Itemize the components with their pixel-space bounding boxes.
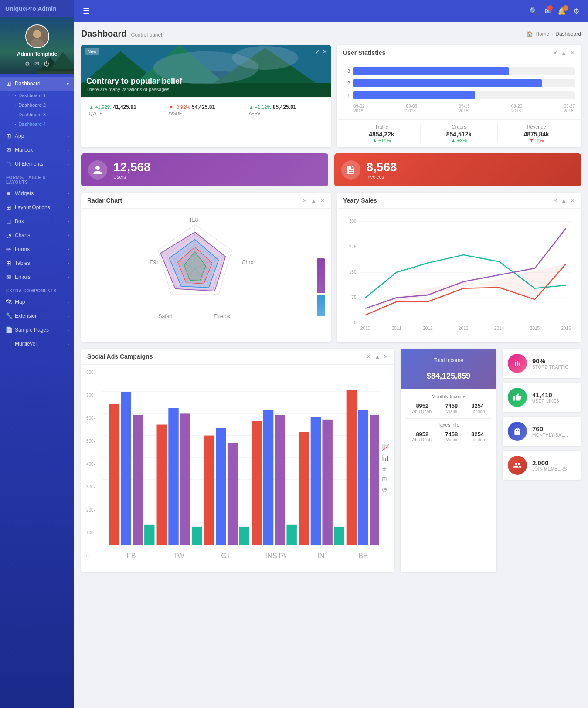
sidebar-item-sample[interactable]: 📄 Sample Pages › xyxy=(0,323,74,337)
invoices-value: 8,568 xyxy=(367,160,397,174)
sample-label: Sample Pages xyxy=(15,327,49,333)
svg-rect-80 xyxy=(334,527,344,545)
page-header: Dashboard Control panel 🏠 Home › Dashboa… xyxy=(81,29,581,39)
sidebar-item-dashboard3[interactable]: ··· Dashboard 3 xyxy=(0,110,74,119)
city-london-val: 3254 xyxy=(470,403,485,409)
bar-label-1: 1 xyxy=(343,93,350,98)
sidebar-item-emails[interactable]: ✉ Emails › xyxy=(0,270,74,284)
stat-users-card: 12,568 Users xyxy=(81,153,328,186)
bell-badge: · xyxy=(563,5,568,11)
extra-section-title: EXTRA COMPONENTS xyxy=(0,284,74,295)
traffic-change-val: +18% xyxy=(378,138,391,143)
sidebar-item-app[interactable]: ⊞ App › xyxy=(0,129,74,143)
user-icon-settings[interactable]: ⚙ xyxy=(25,61,30,67)
social-right-icons: 📈 📊 ⊕ ⊞ ◔ xyxy=(382,370,389,567)
chevron-down-icon: ▾ xyxy=(67,81,69,86)
sidebar-item-dashboard4[interactable]: ··· Dashboard 4 xyxy=(0,119,74,129)
radar-title: Radar Chart xyxy=(87,197,122,204)
city-london-tax-val: 3254 xyxy=(470,431,485,437)
radar-close-icon[interactable]: ✕ xyxy=(302,197,307,204)
latest-close-icon[interactable]: ✕ xyxy=(323,48,327,55)
yearly-expand-icon[interactable]: ✕ xyxy=(570,197,575,204)
monthly-cities: 8952 Abu Dhabi 7458 Miami 3254 London xyxy=(406,403,491,414)
sidebar-item-charts[interactable]: ◔ Charts › xyxy=(0,228,74,242)
sidebar-item-map[interactable]: 🗺 Map › xyxy=(0,295,74,309)
svg-rect-82 xyxy=(358,410,368,545)
social-collapse-icon[interactable]: ▲ xyxy=(374,353,380,360)
user-stats-controls: ✕ ▲ ✕ xyxy=(553,50,575,56)
svg-text:2012: 2012 xyxy=(423,326,433,331)
date-3: 09-132018 xyxy=(459,104,470,113)
date-2: 09-062018 xyxy=(406,104,418,113)
city-london-tax-name: London xyxy=(470,437,485,442)
layout-label: Layout Options xyxy=(15,204,50,210)
social-close-icon[interactable]: ✕ xyxy=(366,353,371,360)
latest-resize-icon[interactable]: ⤢ xyxy=(315,48,320,55)
forms-section-title: FORMS, TABLE & LAYOUTS xyxy=(0,171,74,186)
social-chart-area: 800- 700- 600- 500- 400- 300- 200- 100- … xyxy=(81,365,394,572)
user-stats-title: User Statistics xyxy=(343,49,385,56)
svg-point-7 xyxy=(31,39,44,48)
sidebar-item-dashboard[interactable]: ⊞ Dashboard ▾ xyxy=(0,77,74,91)
sidebar-item-dashboard2[interactable]: ··· Dashboard 2 xyxy=(0,100,74,110)
metric-val-1: 41,410 xyxy=(532,391,559,399)
user-icons: ⚙ ✉ ⏻ xyxy=(4,61,70,67)
ticker-change-qwdr: ▲ +1.92% 41,425.81 xyxy=(89,104,163,110)
yearly-close-icon[interactable]: ✕ xyxy=(553,197,557,204)
user-stats-close-icon[interactable]: ✕ xyxy=(553,50,557,56)
chevron-right-icon3: › xyxy=(68,162,69,166)
sidebar-item-forms[interactable]: ✏ Forms › xyxy=(0,242,74,256)
mailbox-label: Mailbox xyxy=(15,147,33,153)
svg-text:75: 75 xyxy=(351,295,357,300)
sidebar-item-dashboard1[interactable]: ··· Dashboard 1 xyxy=(0,91,74,100)
ticker-change-wsdf: ▼ -0.92% 54,425.81 xyxy=(169,104,243,110)
svg-rect-62 xyxy=(121,392,131,545)
aerv-change: +1.12% xyxy=(255,105,272,110)
income-value: 84,125,859 xyxy=(431,372,470,380)
user-icon-mail[interactable]: ✉ xyxy=(34,61,39,67)
widgets-label: Widgets xyxy=(15,190,34,196)
sidebar-item-tables[interactable]: ⊞ Tables › xyxy=(0,256,74,270)
sidebar-item-extension[interactable]: 🔧 Extension › xyxy=(0,309,74,323)
layers-icon: ⊕ xyxy=(382,465,389,472)
social-ads-card: Social Ads Campaigns ✕ ▲ ✕ 800- 700- 600… xyxy=(81,349,394,572)
income-bottom: Monthly Income 8952 Abu Dhabi 7458 Miami… xyxy=(401,389,496,452)
sidebar-item-mailbox[interactable]: ✉ Mailbox › xyxy=(0,143,74,157)
users-stat-info: 12,568 Users xyxy=(113,160,151,180)
svg-text:G+: G+ xyxy=(221,552,231,560)
svg-rect-72 xyxy=(239,527,249,545)
sidebar-item-widgets[interactable]: ≡ Widgets › xyxy=(0,186,74,200)
ticker-aerv: ▲ +1.12% 85,425.81 AERV xyxy=(246,102,326,118)
user-stats-expand-icon[interactable]: ✕ xyxy=(570,50,575,56)
traffic-val: 4854,22k xyxy=(343,131,420,138)
mail-icon[interactable]: ✉ 1 xyxy=(545,7,551,15)
sidebar-item-box[interactable]: □ Box › xyxy=(0,214,74,228)
sidebar-item-multilevel[interactable]: → Multilevel › xyxy=(0,337,74,351)
svg-rect-71 xyxy=(228,443,238,545)
user-icon-power[interactable]: ⏻ xyxy=(44,61,49,67)
metric-monthly-sales: 760 MONTHLY SAL... xyxy=(503,417,581,446)
gear-icon[interactable]: ⚙ xyxy=(573,7,579,15)
box-label: Box xyxy=(15,218,24,224)
search-icon[interactable]: 🔍 xyxy=(529,7,538,15)
radar-expand-icon[interactable]: ✕ xyxy=(320,197,325,204)
user-stats-collapse-icon[interactable]: ▲ xyxy=(561,50,567,56)
sidebar-item-ui[interactable]: ◻ UI Elements › xyxy=(0,157,74,171)
sidebar-user-section: Admin Template ⚙ ✉ ⏻ xyxy=(0,17,74,74)
bell-icon[interactable]: 🔔 · xyxy=(557,7,566,15)
breadcrumb-current: Dashboard xyxy=(555,31,581,37)
join-members-icon xyxy=(508,456,527,475)
radar-collapse-icon[interactable]: ▲ xyxy=(311,197,316,204)
social-expand-icon[interactable]: ✕ xyxy=(384,353,388,360)
breadcrumb-home[interactable]: Home xyxy=(535,31,549,37)
forms-icon: ✏ xyxy=(5,246,12,253)
menu-toggle-button[interactable]: ☰ xyxy=(83,6,90,16)
svg-rect-4 xyxy=(37,71,74,74)
yearly-collapse-icon[interactable]: ▲ xyxy=(561,197,567,204)
chevron-right-icon13: › xyxy=(68,328,69,332)
sidebar-item-layout[interactable]: ⊞ Layout Options › xyxy=(0,200,74,214)
yearly-controls: ✕ ▲ ✕ xyxy=(553,197,575,204)
total-income-card: Total Income $84,125,859 Monthly Income … xyxy=(401,349,496,572)
chevron-right-icon4: › xyxy=(68,191,69,196)
user-stats-card: User Statistics ✕ ▲ ✕ 3 2 1 xyxy=(337,45,581,147)
